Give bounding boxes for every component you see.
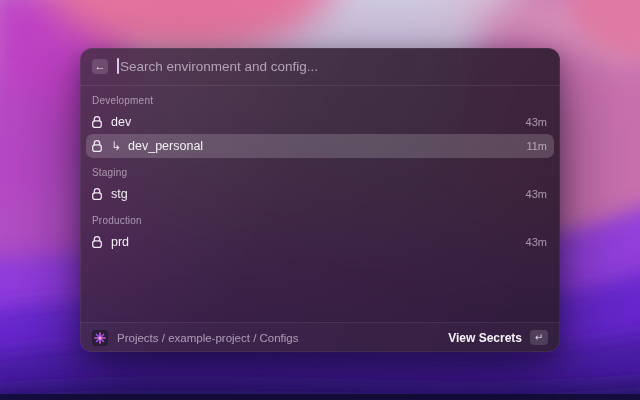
lock-icon	[91, 187, 103, 201]
search-input[interactable]	[117, 59, 548, 74]
command-palette-window: ← Development dev 43m	[80, 48, 560, 352]
section-production: Production prd 43m	[86, 210, 554, 254]
lock-icon	[91, 235, 103, 249]
config-age: 43m	[526, 236, 550, 248]
config-age: 43m	[526, 116, 550, 128]
list-item-stg[interactable]: stg 43m	[86, 182, 554, 206]
view-secrets-button[interactable]: View Secrets ↵	[448, 330, 548, 345]
config-name: dev_personal	[128, 139, 203, 153]
palette-footer: Projects / example-project / Configs Vie…	[80, 322, 560, 352]
list-item-dev[interactable]: dev 43m	[86, 110, 554, 134]
config-name: prd	[111, 235, 129, 249]
text-caret	[117, 58, 119, 74]
search-bar: ←	[80, 48, 560, 86]
section-header: Staging	[86, 162, 554, 182]
list-item-dev-personal[interactable]: ↳ dev_personal 11m	[86, 134, 554, 158]
list-item-prd[interactable]: prd 43m	[86, 230, 554, 254]
extension-logo-icon	[92, 330, 108, 346]
desktop: ← Development dev 43m	[0, 0, 640, 400]
results-list: Development dev 43m	[80, 86, 560, 322]
section-header: Development	[86, 90, 554, 110]
search-field-wrap	[117, 48, 548, 85]
section-header: Production	[86, 210, 554, 230]
back-button[interactable]: ←	[92, 59, 108, 74]
section-staging: Staging stg 43m	[86, 162, 554, 206]
lock-icon	[91, 139, 103, 153]
config-age: 11m	[526, 140, 550, 152]
config-name: stg	[111, 187, 128, 201]
breadcrumb: Projects / example-project / Configs	[117, 332, 299, 344]
enter-key-icon: ↵	[530, 330, 548, 345]
section-development: Development dev 43m	[86, 90, 554, 158]
nested-branch-icon: ↳	[111, 140, 121, 152]
config-age: 43m	[526, 188, 550, 200]
back-arrow-icon: ←	[95, 61, 106, 72]
lock-icon	[91, 115, 103, 129]
config-name: dev	[111, 115, 131, 129]
view-secrets-label: View Secrets	[448, 331, 522, 345]
